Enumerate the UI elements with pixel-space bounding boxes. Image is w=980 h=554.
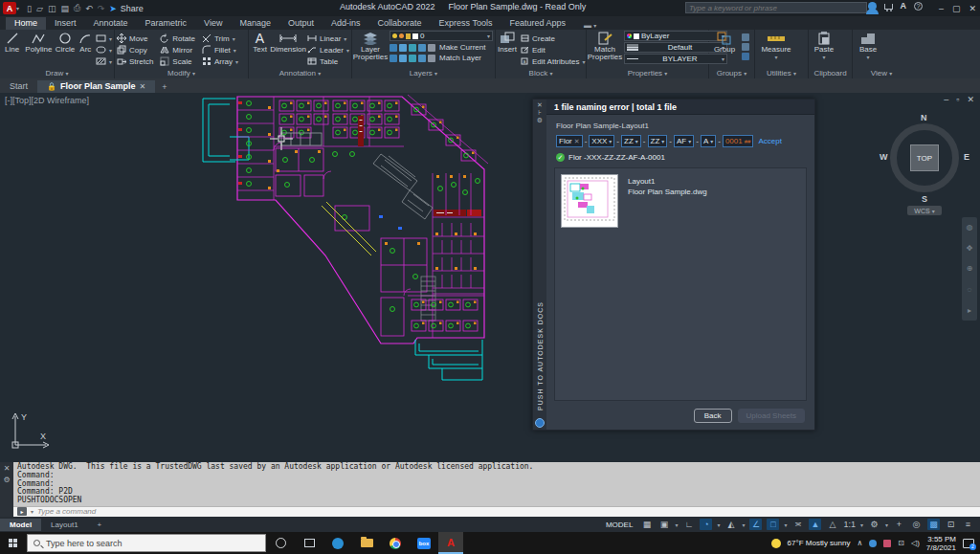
edit-attributes-button[interactable]: aEdit Attributes ▾ <box>520 55 585 67</box>
mirror-button[interactable]: Mirror <box>160 44 195 55</box>
panel-gear-icon[interactable]: ⚙ <box>537 117 543 124</box>
drawing-close-button[interactable]: ✕ <box>967 95 974 104</box>
naming-field-level[interactable]: ZZ▾ <box>648 135 668 147</box>
viewcube-west[interactable]: W <box>880 152 888 162</box>
scale-button[interactable]: Scale <box>160 55 195 67</box>
panel-title-view[interactable]: View ▾ <box>855 69 908 78</box>
ellipse-tool-icon[interactable]: ▾ <box>96 44 112 55</box>
annotation-autoscale-icon[interactable]: △ <box>826 519 838 530</box>
edge-button[interactable] <box>323 532 352 554</box>
layer-plot-icon[interactable] <box>428 44 435 52</box>
hatch-tool-icon[interactable]: ▾ <box>96 55 112 67</box>
sign-in-avatar-icon[interactable] <box>868 2 877 11</box>
redo-icon[interactable]: ↷ <box>98 4 105 13</box>
panel-title-clipboard[interactable]: Clipboard <box>811 69 850 78</box>
file-tab-start[interactable]: Start <box>0 80 37 93</box>
customization-menu-icon[interactable]: ≡ <box>962 519 974 530</box>
autodesk-app-icon[interactable]: A <box>901 1 907 11</box>
polar-tracking-icon[interactable]: ◔ <box>700 519 712 530</box>
tab-insert[interactable]: Insert <box>46 17 85 30</box>
annotation-scale-button[interactable]: 1:1 <box>843 519 856 530</box>
chrome-button[interactable] <box>381 532 410 554</box>
graphics-performance-icon[interactable]: ▩ <box>927 519 940 530</box>
snap-toggle-icon[interactable]: ▣ <box>657 519 670 530</box>
naming-field-role[interactable]: A▾ <box>701 135 716 147</box>
layer-off-icon[interactable] <box>390 44 397 52</box>
autocad-logo-icon[interactable]: A <box>3 2 16 14</box>
zoom-extents-icon[interactable]: ⊕ <box>967 264 973 273</box>
workspace-gear-icon[interactable]: ⚙ <box>868 519 880 530</box>
panel-title-block[interactable]: Block ▾ <box>498 69 584 78</box>
panel-title-groups[interactable]: Groups ▾ <box>711 69 752 78</box>
panel-title-properties[interactable]: Properties ▾ <box>589 69 706 78</box>
object-snap-icon[interactable]: □ <box>767 519 779 530</box>
isolate-objects-icon[interactable]: ◎ <box>910 519 923 530</box>
match-properties-button[interactable]: MatchProperties <box>589 31 621 61</box>
layer-dropdown[interactable]: 0 ▾ <box>390 31 493 41</box>
rectangle-tool-icon[interactable]: ▾ <box>96 33 112 44</box>
orbit-icon[interactable]: ◌ <box>968 285 972 294</box>
viewcube[interactable]: N W E S TOP WCS▾ <box>880 114 969 202</box>
new-icon[interactable]: ▯ <box>27 4 32 13</box>
make-current-button[interactable]: Make Current <box>439 43 485 52</box>
start-button[interactable] <box>0 532 27 554</box>
clean-screen-icon[interactable]: ⊡ <box>945 519 957 530</box>
linear-button[interactable]: Linear ▾ <box>307 33 349 44</box>
annotation-visibility-icon[interactable]: ▲ <box>809 519 821 530</box>
panel-title-draw[interactable]: Draw ▾ <box>2 69 112 78</box>
accept-link[interactable]: Accept <box>758 137 781 145</box>
model-space-label[interactable]: MODEL <box>606 521 633 529</box>
autocad-taskbar-button[interactable]: A <box>438 532 463 554</box>
tab-annotate[interactable]: Annotate <box>85 17 137 30</box>
panel-title-layers[interactable]: Layers ▾ <box>354 69 493 78</box>
task-view-button[interactable] <box>295 532 323 554</box>
base-button[interactable]: Base ▾ <box>855 31 881 60</box>
full-nav-wheel-icon[interactable]: ◍ <box>967 223 973 232</box>
leader-button[interactable]: Leader ▾ <box>307 44 349 55</box>
naming-field-project[interactable]: Flor✕ <box>556 135 583 147</box>
store-cart-icon[interactable] <box>884 4 893 10</box>
layer-properties-button[interactable]: LayerProperties <box>354 31 387 61</box>
lineweight-toggle-icon[interactable]: ≍ <box>791 519 804 530</box>
tab-manage[interactable]: Manage <box>231 17 279 30</box>
dimension-button[interactable]: Dimension <box>272 31 304 54</box>
array-button[interactable]: Array▾ <box>202 55 238 67</box>
file-tab-floor-plan-sample[interactable]: 🔒 Floor Plan Sample ✕ <box>37 80 155 93</box>
pan-icon[interactable]: ✥ <box>967 244 973 253</box>
layer-unisolate-icon[interactable] <box>399 55 407 62</box>
app-menu-caret-icon[interactable]: ▾ <box>16 5 19 11</box>
tray-app-icon-blue[interactable] <box>869 540 877 547</box>
copy-button[interactable]: Copy <box>117 44 153 55</box>
wcs-menu[interactable]: WCS▾ <box>907 206 942 215</box>
tray-app-icon-red[interactable] <box>883 540 891 547</box>
object-snap-tracking-icon[interactable]: ∠ <box>749 519 762 530</box>
trim-button[interactable]: Trim▾ <box>202 33 238 44</box>
box-button[interactable]: box <box>410 532 438 554</box>
block-edit-button[interactable]: Edit <box>520 44 585 55</box>
tab-view[interactable]: View <box>195 17 231 30</box>
model-tab[interactable]: Model <box>0 519 41 531</box>
insert-button[interactable]: Insert <box>498 31 517 54</box>
command-history[interactable]: Autodesk DWG. This file is a TrustedDWG … <box>13 462 980 506</box>
sheet-thumbnail[interactable] <box>561 174 618 228</box>
layout1-tab[interactable]: Layout1 <box>41 519 87 531</box>
taskbar-clock[interactable]: 3:55 PM 7/8/2021 <box>926 535 956 552</box>
move-button[interactable]: Move <box>117 33 153 44</box>
tab-output[interactable]: Output <box>279 17 323 30</box>
drawing-viewport[interactable]: [-][Top][2D Wireframe] – ▫ ✕ <box>0 93 980 462</box>
volume-icon[interactable]: ◁) <box>911 539 920 547</box>
naming-field-volume[interactable]: ZZ▾ <box>621 135 641 147</box>
naming-field-type[interactable]: AF▾ <box>674 135 694 147</box>
ungroup-icon[interactable] <box>742 33 749 41</box>
group-button[interactable]: Group <box>711 31 738 54</box>
panel-title-annotation[interactable]: Annotation ▾ <box>251 69 349 78</box>
drawing-restore-button[interactable]: ▫ <box>956 95 959 104</box>
add-layout-button[interactable]: + <box>88 519 112 531</box>
viewcube-top-face[interactable]: TOP <box>910 144 939 171</box>
layer-unlock-icon[interactable] <box>418 55 426 62</box>
layer-isolate-icon[interactable] <box>399 44 407 52</box>
command-close-icon[interactable]: ✕ <box>4 464 11 473</box>
back-button[interactable]: Back <box>694 409 732 423</box>
file-explorer-button[interactable] <box>352 532 381 554</box>
circle-button[interactable]: Circle <box>55 31 75 54</box>
